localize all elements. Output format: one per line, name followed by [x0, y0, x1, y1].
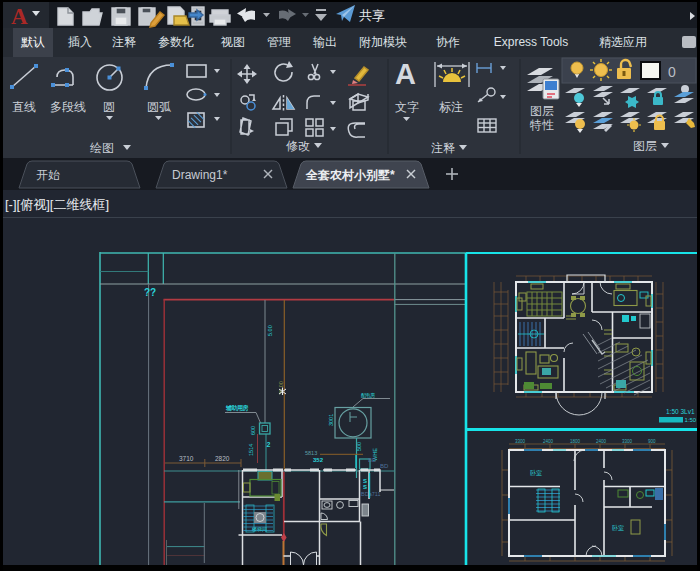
svg-text:修改: 修改	[286, 139, 310, 153]
svg-text:Drawing1*: Drawing1*	[172, 168, 228, 182]
svg-text:3300: 3300	[515, 439, 526, 444]
svg-text:1800: 1800	[570, 439, 581, 444]
svg-text:图层: 图层	[633, 139, 657, 153]
svg-text:配电房: 配电房	[361, 392, 375, 399]
svg-text:3001: 3001	[328, 414, 334, 426]
svg-text:直线: 直线	[12, 100, 36, 114]
svg-text:1514: 1514	[248, 444, 254, 456]
svg-text:??: ??	[144, 287, 156, 298]
svg-text:2: 2	[267, 441, 271, 448]
svg-text:BD: BD	[380, 463, 389, 469]
svg-text:全套农村小别墅*: 全套农村小别墅*	[305, 168, 395, 182]
svg-text:A: A	[395, 58, 416, 90]
svg-text:特性: 特性	[529, 118, 554, 132]
svg-text:1:50 3Lv1: 1:50 3Lv1	[666, 408, 695, 415]
svg-text:A: A	[11, 4, 28, 29]
svg-text:0: 0	[668, 64, 676, 80]
svg-text:2400: 2400	[596, 439, 607, 444]
svg-text:圆: 圆	[103, 100, 115, 114]
svg-text:绘图: 绘图	[90, 141, 114, 155]
svg-text:3710: 3710	[179, 455, 194, 462]
svg-text:352: 352	[313, 457, 324, 463]
svg-text:BD: BD	[368, 457, 377, 463]
svg-text:S: S	[363, 484, 367, 490]
svg-text:多段线: 多段线	[50, 100, 86, 114]
svg-text:卧室: 卧室	[530, 469, 542, 476]
svg-text:3300: 3300	[622, 439, 633, 444]
svg-text:注释: 注释	[431, 141, 455, 155]
svg-text:2820: 2820	[215, 455, 230, 462]
svg-text:2400: 2400	[543, 439, 554, 444]
svg-text:卧室: 卧室	[612, 524, 624, 531]
svg-text:开始: 开始	[36, 168, 60, 182]
svg-text:900: 900	[648, 439, 656, 444]
svg-text:5813: 5813	[305, 450, 317, 456]
svg-text:1:50: 1:50	[685, 417, 697, 423]
svg-text:共享: 共享	[359, 8, 385, 23]
svg-text:图层: 图层	[530, 104, 554, 118]
svg-text:5.00: 5.00	[267, 325, 273, 336]
svg-text:标注: 标注	[439, 100, 463, 114]
svg-text:文字: 文字	[395, 100, 419, 114]
svg-text:楼梯间: 楼梯间	[251, 526, 267, 533]
svg-text:圆弧: 圆弧	[147, 100, 172, 114]
svg-text:BDa711: BDa711	[361, 491, 380, 497]
svg-text:辅助用房: 辅助用房	[225, 404, 249, 412]
svg-text:600: 600	[250, 426, 256, 435]
